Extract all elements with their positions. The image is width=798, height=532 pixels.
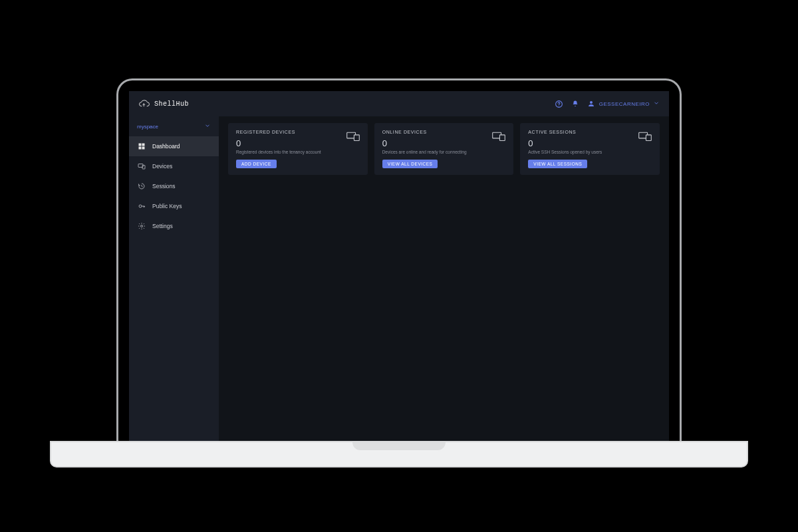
history-icon (137, 182, 146, 191)
card-description: Active SSH Sessions opened by users (528, 150, 652, 154)
chevron-down-icon (653, 100, 660, 108)
laptop-bezel: ShellHub GESSECARNEIRO (116, 78, 682, 441)
svg-rect-3 (138, 144, 141, 146)
key-icon (137, 202, 146, 211)
laptop-notch (352, 442, 446, 450)
svg-rect-5 (138, 147, 141, 150)
card-count: 0 (382, 138, 506, 148)
sidebar-item-sessions[interactable]: Sessions (129, 176, 219, 196)
card-registered-devices: REGISTERED DEVICES 0 Registered devices … (228, 123, 368, 175)
card-description: Devices are online and ready for connect… (382, 150, 506, 154)
card-description: Registered devices into the tenancy acco… (236, 150, 360, 154)
devices-icon (638, 131, 652, 142)
devices-icon (137, 162, 146, 171)
dashboard-icon (137, 142, 146, 151)
card-title: REGISTERED DEVICES (236, 130, 360, 134)
svg-rect-14 (500, 135, 505, 141)
svg-rect-6 (142, 147, 144, 150)
card-online-devices: ONLINE DEVICES 0 Devices are online and … (374, 123, 514, 175)
help-icon[interactable] (555, 99, 564, 108)
bell-icon[interactable] (571, 99, 580, 108)
sidebar-item-label: Dashboard (152, 143, 180, 150)
sidebar-item-label: Public Keys (152, 203, 182, 209)
namespace-selector[interactable]: myspace (129, 116, 219, 136)
sidebar-item-label: Devices (152, 163, 172, 170)
svg-rect-16 (646, 135, 651, 141)
user-icon (587, 99, 596, 108)
sidebar-item-label: Settings (152, 223, 173, 229)
logo[interactable]: ShellHub (138, 100, 189, 108)
user-menu[interactable]: GESSECARNEIRO (587, 99, 660, 108)
chevron-down-icon (204, 122, 211, 130)
card-title: ONLINE DEVICES (382, 130, 506, 134)
namespace-label: myspace (137, 124, 158, 130)
view-all-sessions-button[interactable]: VIEW ALL SESSIONS (528, 160, 587, 168)
gear-icon (137, 222, 146, 231)
app-window: ShellHub GESSECARNEIRO (129, 91, 669, 441)
main-content: REGISTERED DEVICES 0 Registered devices … (219, 116, 669, 441)
sidebar-item-public-keys[interactable]: Public Keys (129, 196, 219, 216)
sidebar: myspace Dashboard (129, 116, 219, 441)
svg-point-2 (590, 101, 593, 104)
username: GESSECARNEIRO (599, 101, 650, 107)
svg-rect-12 (354, 135, 359, 141)
view-all-devices-button[interactable]: VIEW ALL DEVICES (382, 160, 438, 168)
devices-icon (346, 131, 360, 142)
svg-rect-4 (142, 144, 144, 146)
topbar-actions: GESSECARNEIRO (555, 99, 660, 108)
app-name: ShellHub (154, 100, 189, 108)
sidebar-item-devices[interactable]: Devices (129, 156, 219, 176)
card-count: 0 (528, 138, 652, 148)
laptop-frame: ShellHub GESSECARNEIRO (116, 78, 682, 441)
svg-point-10 (140, 225, 142, 227)
devices-icon (492, 131, 505, 142)
topbar: ShellHub GESSECARNEIRO (129, 91, 669, 116)
laptop-base (50, 441, 748, 467)
sidebar-item-settings[interactable]: Settings (129, 216, 219, 236)
sidebar-item-label: Sessions (152, 183, 176, 190)
app-body: myspace Dashboard (129, 116, 669, 441)
cloud-icon (138, 100, 150, 108)
add-device-button[interactable]: ADD DEVICE (236, 160, 277, 168)
card-title: ACTIVE SESSIONS (528, 130, 652, 134)
card-active-sessions: ACTIVE SESSIONS 0 Active SSH Sessions op… (520, 123, 660, 175)
svg-point-1 (559, 105, 559, 106)
sidebar-item-dashboard[interactable]: Dashboard (129, 136, 219, 156)
svg-point-9 (139, 205, 142, 207)
card-count: 0 (236, 138, 360, 148)
